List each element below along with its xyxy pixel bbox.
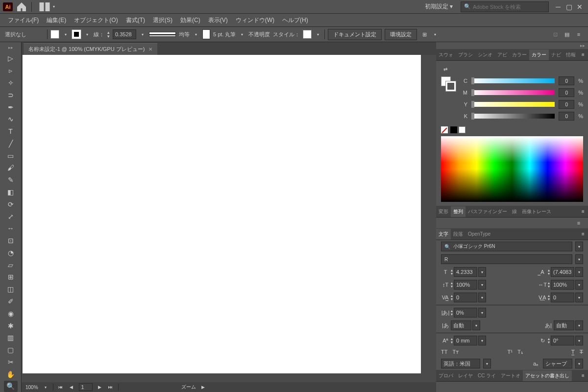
style-dropdown[interactable]: ▾	[315, 30, 321, 39]
transform-icon[interactable]: ⊡	[551, 30, 560, 39]
tsume-field[interactable]	[454, 308, 477, 318]
fill-dropdown[interactable]: ▾	[62, 30, 69, 39]
yellow-slider[interactable]	[471, 102, 555, 107]
stroke-weight-field[interactable]	[113, 29, 136, 39]
menu-ファイル[interactable]: ファイル(F)	[5, 15, 42, 26]
brush-dropdown[interactable]: ▾	[239, 30, 245, 39]
stock-search[interactable]: 🔍	[461, 1, 549, 12]
menu-オブジェクト[interactable]: オブジェクト(O)	[71, 15, 121, 26]
yellow-field[interactable]	[559, 100, 574, 109]
panel-menu-icon[interactable]: ≡	[578, 231, 588, 237]
menu-表示[interactable]: 表示(V)	[205, 15, 231, 26]
strikethrough-button[interactable]: T̶	[580, 349, 583, 355]
arrange-dropdown[interactable]: ▾	[50, 2, 57, 11]
type-tool[interactable]: T	[4, 126, 18, 137]
blend-tool[interactable]: ◉	[4, 308, 18, 319]
panel-tab[interactable]: CC ライ	[475, 370, 498, 381]
direct-selection-tool[interactable]: ▹	[4, 65, 18, 76]
panel-tab[interactable]: 整列	[451, 206, 466, 217]
font-style-input[interactable]	[444, 257, 569, 262]
magenta-slider[interactable]	[471, 90, 555, 95]
preferences-button[interactable]: 環境設定	[385, 29, 417, 40]
panel-tab[interactable]: レイヤ	[456, 370, 475, 381]
document-tab[interactable]: 名称未設定-1 @ 100% (CMYK/GPU プレビュー) ✕	[24, 43, 157, 55]
zoom-tool[interactable]: 🔍	[4, 381, 18, 392]
minimize-button[interactable]: ─	[553, 2, 564, 12]
artboard-number-field[interactable]	[79, 383, 93, 391]
superscript-button[interactable]: T¹	[508, 349, 513, 355]
gradient-tool[interactable]: ◫	[4, 284, 18, 295]
align-panel-icon[interactable]: ▤	[563, 30, 571, 39]
panel-tab[interactable]: パスファインダー	[466, 206, 510, 217]
kerning-stepper[interactable]: ▴▾	[451, 294, 453, 301]
graph-tool[interactable]: ▥	[4, 332, 18, 343]
black-slider[interactable]	[471, 114, 555, 119]
underline-button[interactable]: T̲	[571, 349, 575, 355]
panel-menu-icon[interactable]: ≡	[574, 219, 583, 227]
selection-tool[interactable]: ▷	[4, 53, 18, 64]
panel-tab[interactable]: アピ	[495, 49, 510, 60]
symbol-sprayer-tool[interactable]: ✱	[4, 320, 18, 331]
panel-menu-icon[interactable]: ≡	[578, 209, 588, 214]
search-input[interactable]	[473, 4, 545, 10]
artboard-tool[interactable]: ▢	[4, 344, 18, 356]
eyedropper-tool[interactable]: ✐	[4, 296, 18, 307]
document-setup-button[interactable]: ドキュメント設定	[328, 29, 382, 40]
magic-wand-tool[interactable]: ✧	[4, 77, 18, 89]
leading-field[interactable]	[551, 267, 574, 277]
pen-tool[interactable]: ✒	[4, 101, 18, 113]
subscript-button[interactable]: T₁	[517, 349, 523, 355]
hscale-dropdown[interactable]: ▾	[575, 280, 583, 290]
menu-編集[interactable]: 編集(E)	[44, 15, 69, 26]
home-icon[interactable]	[16, 1, 27, 13]
vscale-stepper[interactable]: ▴▾	[451, 281, 453, 288]
stroke-color-swatch[interactable]	[446, 81, 456, 91]
baseline-stepper[interactable]: ▴▾	[451, 337, 453, 344]
panel-tab[interactable]: アートオ	[498, 370, 523, 381]
panel-tab[interactable]: OpenType	[466, 229, 493, 239]
black-field[interactable]	[559, 112, 574, 121]
tsume-stepper[interactable]: ▴▾	[451, 309, 453, 316]
menu-ウィンドウ[interactable]: ウィンドウ(W)	[233, 15, 277, 26]
first-artboard-button[interactable]: ⏮	[57, 384, 64, 391]
font-size-field[interactable]	[454, 267, 477, 277]
stroke-dropdown[interactable]: ▾	[84, 30, 91, 39]
panel-tab[interactable]: アセットの書き出し	[523, 370, 572, 381]
tracking-dropdown[interactable]: ▾	[575, 293, 583, 302]
menu-書式[interactable]: 書式(T)	[123, 15, 148, 26]
opacity-label[interactable]: 不透明度	[248, 31, 270, 38]
panel-tab[interactable]: 線	[510, 206, 519, 217]
rectangle-tool[interactable]: ▭	[4, 150, 18, 161]
panel-tab[interactable]: ブラシ	[456, 49, 475, 60]
panels-collapse[interactable]: ▸▸	[436, 42, 588, 49]
prev-artboard-button[interactable]: ◀	[68, 384, 75, 391]
line-tool[interactable]: ╱	[4, 138, 18, 149]
antialias-field[interactable]	[543, 359, 572, 368]
aki-right-dropdown[interactable]: ▾	[575, 320, 583, 330]
panel-menu-icon[interactable]: ≡	[578, 373, 588, 378]
panel-tab[interactable]: プロパ	[436, 370, 456, 381]
rotation-field[interactable]	[551, 336, 574, 345]
panel-tab[interactable]: ナビ	[549, 49, 564, 60]
last-artboard-button[interactable]: ⏭	[107, 384, 114, 391]
menu-効果[interactable]: 効果(C)	[177, 15, 203, 26]
white-swatch[interactable]	[459, 126, 466, 133]
vscale-dropdown[interactable]: ▾	[478, 280, 486, 290]
language-dropdown[interactable]: ▾	[483, 359, 491, 368]
baseline-shift-field[interactable]	[454, 336, 477, 345]
panel-tab[interactable]: 段落	[451, 229, 466, 240]
antialias-dropdown[interactable]: ▾	[575, 359, 583, 368]
leading-dropdown[interactable]: ▾	[575, 267, 583, 277]
fill-stroke-swap-icon[interactable]: ⇄	[441, 65, 450, 74]
aki-left-dropdown[interactable]: ▾	[472, 320, 480, 330]
panel-tab[interactable]: カラー	[529, 49, 549, 60]
leading-stepper[interactable]: ▴▾	[548, 269, 550, 275]
curvature-tool[interactable]: ∿	[4, 114, 18, 125]
smallcaps-button[interactable]: Tᴛ	[452, 349, 459, 355]
panel-menu-icon[interactable]: ≡	[578, 52, 588, 57]
profile-dropdown[interactable]: ▾	[193, 30, 199, 39]
aki-right-field[interactable]	[554, 320, 574, 330]
status-scroll[interactable]: ▶	[200, 384, 207, 391]
panel-tab[interactable]: スウォ	[436, 49, 456, 60]
font-style-field[interactable]	[441, 254, 572, 264]
